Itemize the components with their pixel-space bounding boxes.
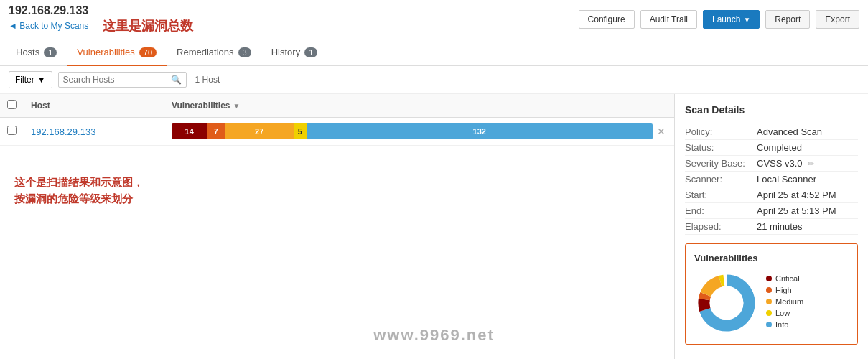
row-checkbox-cell	[0, 118, 24, 146]
vuln-bar: 14 7 27 5 132	[172, 123, 653, 139]
detail-value-end: April 25 at 5:13 PM	[757, 203, 858, 219]
chart-area: Critical High Medium Low	[694, 271, 849, 335]
configure-button[interactable]: Configure	[579, 10, 635, 29]
vuln-chart-box: Vulnerabilities	[685, 243, 858, 345]
legend-item-critical: Critical	[766, 274, 803, 283]
chart-legend: Critical High Medium Low	[766, 274, 803, 332]
low-segment: 5	[294, 123, 306, 139]
detail-label-end: End:	[685, 203, 757, 219]
annotation-top: 这里是漏洞总数	[103, 17, 193, 34]
side-panel: Scan Details Policy: Advanced Scan Statu…	[674, 94, 868, 359]
page-title: 192.168.29.133	[9, 4, 193, 17]
toolbar: Filter ▼ 🔍 1 Host	[0, 66, 868, 94]
filter-chevron-icon: ▼	[37, 75, 46, 85]
table-section: Host Vulnerabilities ▼ 192.168.29.	[0, 94, 674, 359]
top-bar: 192.168.29.133 ◄ Back to My Scans 这里是漏洞总…	[0, 0, 868, 39]
detail-label-severity: Severity Base:	[685, 156, 757, 172]
high-segment: 7	[207, 123, 225, 139]
top-bar-left: 192.168.29.133 ◄ Back to My Scans 这里是漏洞总…	[9, 4, 193, 34]
detail-row-start: Start: April 25 at 4:52 PM	[685, 187, 858, 203]
detail-value-start: April 25 at 4:52 PM	[757, 187, 858, 203]
sort-arrow-icon: ▼	[233, 102, 241, 110]
tab-history[interactable]: History 1	[261, 39, 328, 66]
detail-row-policy: Policy: Advanced Scan	[685, 124, 858, 140]
search-icon: 🔍	[171, 75, 182, 85]
tabs-bar: Hosts 1 Vulnerabilities 70 Remediations …	[0, 39, 868, 66]
detail-row-scanner: Scanner: Local Scanner	[685, 172, 858, 187]
detail-row-status: Status: Completed	[685, 140, 858, 156]
scan-details-table: Policy: Advanced Scan Status: Completed …	[685, 124, 858, 235]
detail-row-elapsed: Elapsed: 21 minutes	[685, 219, 858, 235]
critical-segment: 14	[172, 123, 207, 139]
host-ip-cell[interactable]: 192.168.29.133	[24, 118, 164, 146]
detail-label-policy: Policy:	[685, 124, 757, 140]
launch-chevron-icon: ▼	[743, 16, 750, 24]
row-checkbox[interactable]	[7, 126, 17, 135]
info-segment: 132	[307, 123, 653, 139]
search-input[interactable]	[63, 75, 171, 85]
table-row: 192.168.29.133 14 7 27	[0, 118, 674, 146]
row-close-button[interactable]: ✕	[653, 126, 670, 137]
tab-remediations[interactable]: Remediations 3	[167, 39, 261, 66]
search-box: 🔍	[58, 72, 187, 88]
detail-row-severity: Severity Base: CVSS v3.0 ✏	[685, 156, 858, 172]
host-count: 1 Host	[195, 75, 220, 85]
detail-value-severity: CVSS v3.0 ✏	[757, 156, 858, 172]
vuln-chart-title: Vulnerabilities	[694, 253, 849, 264]
legend-item-low: Low	[766, 309, 803, 317]
donut-svg	[694, 271, 759, 335]
detail-label-scanner: Scanner:	[685, 172, 757, 187]
select-all-checkbox[interactable]	[7, 100, 17, 109]
export-button[interactable]: Export	[816, 10, 859, 29]
detail-row-end: End: April 25 at 5:13 PM	[685, 203, 858, 219]
back-to-scans-link[interactable]: ◄ Back to My Scans	[9, 21, 88, 31]
annotation-bottom-text: 这个是扫描结果和示意图， 按漏洞的危险等级来划分	[14, 174, 144, 207]
tab-vulnerabilities[interactable]: Vulnerabilities 70	[67, 39, 167, 66]
legend-item-high: High	[766, 286, 803, 294]
medium-segment: 27	[225, 123, 294, 139]
detail-label-elapsed: Elapsed:	[685, 219, 757, 235]
select-all-header	[0, 94, 24, 118]
audit-trail-button[interactable]: Audit Trail	[640, 10, 697, 29]
main-content: Host Vulnerabilities ▼ 192.168.29.	[0, 94, 868, 359]
medium-dot	[766, 299, 772, 304]
detail-value-status: Completed	[757, 140, 858, 156]
detail-label-start: Start:	[685, 187, 757, 203]
tab-hosts[interactable]: Hosts 1	[6, 39, 67, 66]
legend-item-info: Info	[766, 320, 803, 329]
annotation-bottom-area: 这个是扫描结果和示意图， 按漏洞的危险等级来划分	[14, 174, 674, 207]
hosts-table: Host Vulnerabilities ▼ 192.168.29.	[0, 94, 674, 146]
info-dot	[766, 322, 772, 327]
launch-button[interactable]: Launch ▼	[703, 10, 760, 29]
severity-edit-icon[interactable]: ✏	[808, 159, 814, 168]
donut-chart	[694, 271, 759, 335]
top-bar-right: Configure Audit Trail Launch ▼ Report Ex…	[579, 10, 859, 29]
low-dot	[766, 310, 772, 316]
high-dot	[766, 287, 772, 293]
filter-button[interactable]: Filter ▼	[9, 71, 52, 88]
detail-label-status: Status:	[685, 140, 757, 156]
scan-details-title: Scan Details	[685, 104, 858, 116]
vuln-bar-cell: 14 7 27 5 132	[164, 118, 674, 146]
detail-value-scanner: Local Scanner	[757, 172, 858, 187]
legend-item-medium: Medium	[766, 297, 803, 306]
host-column-header: Host	[24, 94, 164, 118]
detail-value-policy: Advanced Scan	[757, 124, 858, 140]
detail-value-elapsed: 21 minutes	[757, 219, 858, 235]
report-button[interactable]: Report	[765, 10, 810, 29]
svg-point-5	[710, 286, 744, 320]
critical-dot	[766, 276, 772, 281]
vuln-column-header[interactable]: Vulnerabilities ▼	[164, 94, 674, 118]
